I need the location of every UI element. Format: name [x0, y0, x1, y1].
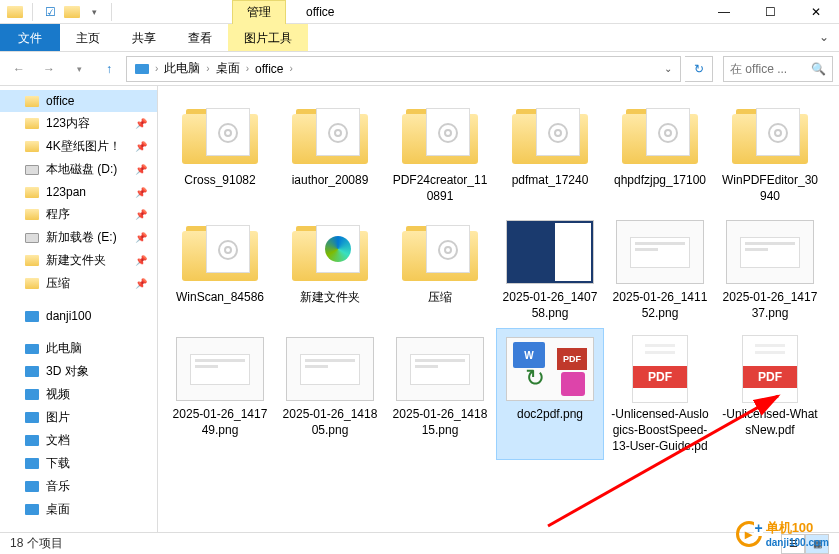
file-item[interactable]: pdfmat_17240: [496, 94, 604, 209]
file-item[interactable]: 2025-01-26_141815.png: [386, 328, 494, 460]
properties-icon[interactable]: ☑: [41, 3, 59, 21]
file-item[interactable]: WinPDFEditor_30940: [716, 94, 824, 209]
nav-up-button[interactable]: ↑: [96, 56, 122, 82]
folder-icon[interactable]: [6, 3, 24, 21]
file-name-label: doc2pdf.png: [517, 407, 583, 423]
chevron-right-icon[interactable]: ›: [153, 63, 160, 74]
tree-item-label: 新建文件夹: [46, 252, 106, 269]
tree-item[interactable]: 3D 对象: [0, 360, 157, 383]
file-item[interactable]: 压缩: [386, 211, 494, 326]
nav-recent-dropdown[interactable]: ▾: [66, 56, 92, 82]
window-title: office: [306, 5, 334, 19]
tree-item[interactable]: danji100: [0, 305, 157, 327]
tree-item-label: 桌面: [46, 501, 70, 518]
minimize-button[interactable]: —: [701, 0, 747, 24]
blue-icon: [24, 433, 40, 449]
chevron-right-icon[interactable]: ›: [288, 63, 295, 74]
file-item[interactable]: WPDF↻doc2pdf.png: [496, 328, 604, 460]
file-item[interactable]: 新建文件夹: [276, 211, 384, 326]
file-item[interactable]: WinScan_84586: [166, 211, 274, 326]
file-name-label: pdfmat_17240: [512, 173, 589, 189]
refresh-button[interactable]: ↻: [685, 56, 713, 82]
tree-item-label: 4K壁纸图片！: [46, 138, 121, 155]
tree-item[interactable]: 桌面: [0, 498, 157, 521]
tree-item[interactable]: 压缩📌: [0, 272, 157, 295]
tree-item-label: 3D 对象: [46, 363, 89, 380]
pc-icon[interactable]: [131, 64, 153, 74]
icons-view-button[interactable]: ▦: [805, 534, 829, 554]
tree-item[interactable]: 新加载卷 (E:)📌: [0, 226, 157, 249]
tree-item[interactable]: 视频: [0, 383, 157, 406]
ribbon-tab-home[interactable]: 主页: [60, 24, 116, 51]
file-item[interactable]: qhpdfzjpg_17100: [606, 94, 714, 209]
search-input[interactable]: [730, 62, 807, 76]
breadcrumb-segment[interactable]: 桌面: [212, 60, 244, 77]
search-box[interactable]: 🔍: [723, 56, 833, 82]
ribbon-tab-view[interactable]: 查看: [172, 24, 228, 51]
new-folder-icon[interactable]: [63, 3, 81, 21]
file-item[interactable]: 2025-01-26_141805.png: [276, 328, 384, 460]
tree-item[interactable]: 图片: [0, 406, 157, 429]
tree-item[interactable]: 下载: [0, 452, 157, 475]
file-item[interactable]: 2025-01-26_141152.png: [606, 211, 714, 326]
breadcrumb-segment[interactable]: 此电脑: [160, 60, 204, 77]
tree-item-label: 程序: [46, 206, 70, 223]
tree-item[interactable]: office: [0, 90, 157, 112]
tree-item[interactable]: 程序📌: [0, 203, 157, 226]
details-view-button[interactable]: ☰: [781, 534, 805, 554]
close-button[interactable]: ✕: [793, 0, 839, 24]
view-switcher: ☰ ▦: [781, 534, 829, 554]
tree-item[interactable]: 此电脑: [0, 337, 157, 360]
file-item[interactable]: 2025-01-26_141749.png: [166, 328, 274, 460]
tree-item[interactable]: 123内容📌: [0, 112, 157, 135]
breadcrumb-segment[interactable]: office: [251, 62, 287, 76]
drive-icon: [24, 230, 40, 246]
tree-item-label: office: [46, 94, 74, 108]
file-name-label: 2025-01-26_141749.png: [171, 407, 269, 438]
ribbon-context-tab[interactable]: 管理: [232, 0, 286, 24]
titlebar: ☑ ▾ 管理 office — ☐ ✕: [0, 0, 839, 24]
chevron-right-icon[interactable]: ›: [244, 63, 251, 74]
files-view[interactable]: Cross_91082iauthor_20089PDF24creator_110…: [158, 86, 839, 532]
pdf-icon: PDF: [612, 333, 708, 405]
file-item[interactable]: 2025-01-26_141737.png: [716, 211, 824, 326]
folder-icon: [24, 139, 40, 155]
file-item[interactable]: iauthor_20089: [276, 94, 384, 209]
file-item[interactable]: PDF-Unlicensed-WhatsNew.pdf: [716, 328, 824, 460]
folder-icon: [612, 99, 708, 171]
ribbon-tab-picture-tools[interactable]: 图片工具: [228, 24, 308, 51]
nav-back-button[interactable]: ←: [6, 56, 32, 82]
nav-forward-button[interactable]: →: [36, 56, 62, 82]
tree-item[interactable]: 123pan📌: [0, 181, 157, 203]
ribbon-tab-file[interactable]: 文件: [0, 24, 60, 51]
ribbon-tab-share[interactable]: 共享: [116, 24, 172, 51]
file-item[interactable]: PDF-Unlicensed-Auslogics-BoostSpeed-13-U…: [606, 328, 714, 460]
qat-dropdown-icon[interactable]: ▾: [85, 3, 103, 21]
file-name-label: iauthor_20089: [292, 173, 369, 189]
navigation-tree[interactable]: office123内容📌4K壁纸图片！📌本地磁盘 (D:)📌123pan📌程序📌…: [0, 86, 158, 532]
folder-icon: [722, 99, 818, 171]
blue-icon: [24, 308, 40, 324]
tree-item-label: 123pan: [46, 185, 86, 199]
search-icon[interactable]: 🔍: [811, 62, 826, 76]
maximize-button[interactable]: ☐: [747, 0, 793, 24]
pin-icon: 📌: [135, 141, 147, 152]
blue-icon: [24, 502, 40, 518]
file-item[interactable]: 2025-01-26_140758.png: [496, 211, 604, 326]
blue-icon: [24, 364, 40, 380]
tree-item[interactable]: 4K壁纸图片！📌: [0, 135, 157, 158]
chevron-right-icon[interactable]: ›: [204, 63, 211, 74]
file-item[interactable]: Cross_91082: [166, 94, 274, 209]
tree-item[interactable]: 音乐: [0, 475, 157, 498]
file-item[interactable]: PDF24creator_110891: [386, 94, 494, 209]
tree-item[interactable]: 本地磁盘 (D:)📌: [0, 158, 157, 181]
tree-item[interactable]: 文档: [0, 429, 157, 452]
tree-item[interactable]: 新建文件夹📌: [0, 249, 157, 272]
window-controls: — ☐ ✕: [701, 0, 839, 24]
folder-icon: [502, 99, 598, 171]
ribbon-expand-icon[interactable]: ⌄: [809, 24, 839, 51]
tree-item-label: 文档: [46, 432, 70, 449]
address-bar[interactable]: › 此电脑 › 桌面 › office › ⌄: [126, 56, 681, 82]
folder-icon: [282, 99, 378, 171]
address-dropdown-icon[interactable]: ⌄: [664, 63, 676, 74]
